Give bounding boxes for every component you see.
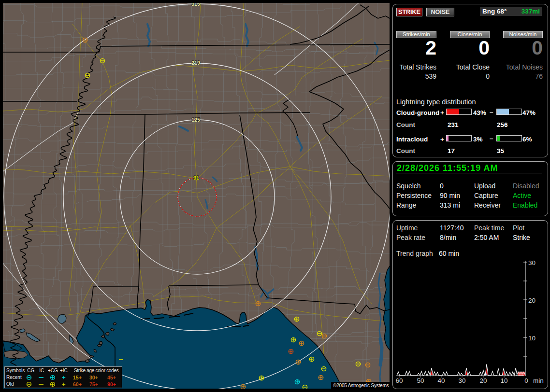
svg-text:60: 60 <box>395 377 403 384</box>
svg-text:20: 20 <box>479 377 487 384</box>
svg-text:10: 10 <box>500 377 507 384</box>
svg-text:31: 31 <box>193 175 199 181</box>
svg-text:20: 20 <box>528 297 536 304</box>
svg-text:10: 10 <box>528 335 536 342</box>
svg-text:min: min <box>533 377 544 384</box>
svg-text:30: 30 <box>528 259 536 266</box>
svg-text:0: 0 <box>524 377 528 384</box>
svg-text:50: 50 <box>417 377 424 384</box>
svg-text:40: 40 <box>437 377 445 384</box>
svg-text:219: 219 <box>191 60 200 66</box>
svg-text:125: 125 <box>191 117 200 123</box>
svg-text:30: 30 <box>458 377 465 384</box>
